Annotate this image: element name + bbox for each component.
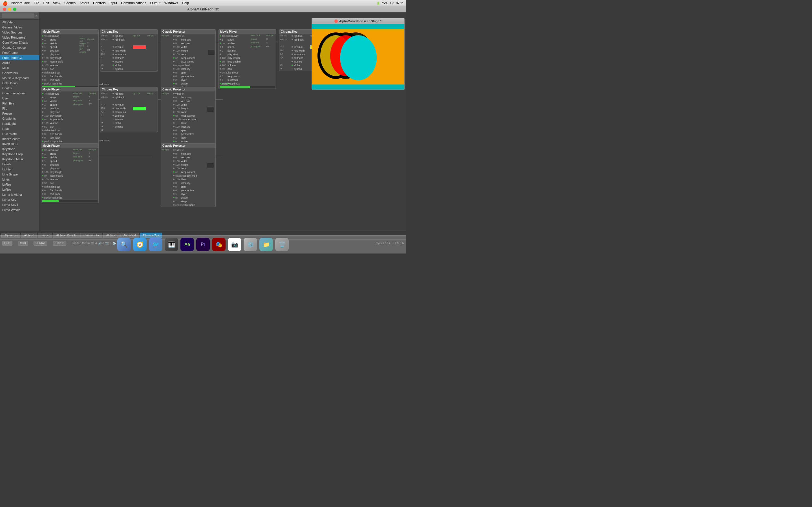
apple-menu[interactable]: 🍎 [2, 1, 8, 6]
node-canvas[interactable]: Movie Player 9:circlemovie 1stage onvisi… [40, 12, 406, 231]
sidebar-item-control[interactable]: Control [0, 86, 39, 91]
mp2-pan: 50pan [41, 125, 73, 128]
sidebar-item-gradients[interactable]: Gradients [0, 116, 39, 121]
classic-projector-4: Classic Projector vid-cpu video in 0horz… [161, 144, 216, 207]
sidebar-search-input[interactable] [2, 13, 35, 18]
dock-safari[interactable]: 🧭 [133, 238, 147, 251]
sidebar-item-freeframe-gl[interactable]: FreeFrame GL [0, 55, 39, 60]
menu-view[interactable]: View [53, 1, 60, 5]
sidebar-item-lorez-2[interactable]: LoRez [0, 187, 39, 192]
cp3-active: onactive [172, 139, 207, 143]
window-controls[interactable] [3, 8, 16, 11]
mp3-text: 0text track [41, 192, 73, 196]
sidebar-item-midi[interactable]: MIDI [0, 65, 39, 70]
sidebar-item-core-video[interactable]: Core Video Effects [0, 40, 39, 45]
cp4-spin: 0spin [172, 185, 207, 188]
sidebar-item-lines[interactable]: Lines [0, 177, 39, 182]
mp1-visible: onvisible [41, 41, 79, 45]
mp3-playstart: play start [41, 166, 73, 170]
menu-controls[interactable]: Controls [93, 1, 106, 5]
dock-isadora[interactable]: 🎭 [212, 238, 225, 251]
ck1-inverse: inverse [112, 60, 132, 63]
menu-comms[interactable]: Communications [121, 1, 146, 5]
mp1-play-start: play start [41, 52, 79, 56]
sidebar-item-line-scape[interactable]: Line Scape [0, 172, 39, 177]
menu-isadora[interactable]: IsadoraCore [11, 1, 30, 5]
close-icon[interactable]: ✕ [35, 14, 38, 17]
sidebar-item-keystone[interactable]: Keystone [0, 147, 39, 152]
dock-files[interactable]: 📁 [259, 238, 273, 251]
sidebar-item-invert-rgb[interactable]: Invert RGB [0, 142, 39, 147]
cp4-zoom: 100zoom [172, 166, 207, 170]
mp1-play-length: 100play length [41, 56, 79, 60]
sidebar-item-hardlight[interactable]: HardLight [0, 121, 39, 126]
sidebar-item-infinite-zoom[interactable]: Infinite Zoom [0, 136, 39, 142]
mp4-volume: 100volume [219, 63, 251, 67]
menu-help[interactable]: Help [182, 1, 189, 5]
menu-output[interactable]: Output [150, 1, 160, 5]
sidebar-item-luma-key[interactable]: Luma Key [0, 197, 39, 202]
sidebar-search-area: ✕ [0, 12, 39, 20]
ck1-softness: softness [112, 56, 132, 60]
sidebar-item-keystone-crop[interactable]: Keystone Crop [0, 152, 39, 157]
sidebar-item-freeframe[interactable]: FreeFrame [0, 50, 39, 55]
mp3-pan: 50pan [41, 181, 73, 185]
sidebar-item-lighten[interactable]: Lighten [0, 167, 39, 172]
sidebar-item-all-video[interactable]: All Video [0, 20, 39, 25]
mp4-freq: 0freq bands [219, 74, 251, 78]
dock-photos[interactable]: 📷 [228, 238, 241, 251]
sidebar-item-generators[interactable]: Generators [0, 70, 39, 75]
ck3-rgbback: rgb back [112, 96, 132, 99]
sidebar-item-keystone-mask[interactable]: Keystone Mask [0, 157, 39, 162]
sidebar-item-lorez-1[interactable]: LoRez [0, 182, 39, 187]
minimize-button[interactable] [8, 8, 11, 11]
sidebar-item-calculation[interactable]: Calculation [0, 80, 39, 86]
sidebar-item-user[interactable]: User [0, 96, 39, 101]
mp1-speed: 1speed [41, 45, 79, 49]
sidebar-item-audio[interactable]: Audio [0, 60, 39, 65]
mp3-position: 0position [41, 163, 73, 166]
menu-scenes[interactable]: Scenes [64, 1, 75, 5]
menu-input[interactable]: Input [110, 1, 117, 5]
sidebar-item-video-sources[interactable]: Video Sources [0, 30, 39, 35]
menu-actors[interactable]: Actors [80, 1, 89, 5]
maximize-button[interactable] [13, 8, 16, 11]
dock-premiere[interactable]: Pr [196, 238, 210, 251]
cp1-title: Classic Projector [161, 30, 215, 34]
dock-piano[interactable]: 🎹 [165, 238, 178, 251]
cp3-horzpos: 0horz pos [172, 96, 207, 99]
stage-preview-area [312, 24, 404, 90]
cp3-aspectmod: additiveaspect mod [172, 117, 207, 121]
close-button[interactable] [3, 8, 6, 11]
sidebar-item-luma-waves[interactable]: Luma Waves [0, 207, 39, 212]
sidebar-item-general-video[interactable]: General Video [0, 25, 39, 30]
sidebar-item-heat[interactable]: Heat [0, 126, 39, 131]
menu-file[interactable]: File [34, 1, 39, 5]
menu-windows[interactable]: Windows [164, 1, 178, 5]
ck2-saturation: saturation [291, 52, 310, 56]
mp1-vidout: video out [79, 38, 87, 41]
sidebar-item-luma-key-i[interactable]: Luma Key I [0, 202, 39, 207]
cp4-thumb [207, 163, 214, 168]
dock-ae[interactable]: Ae [181, 238, 194, 251]
cp4-aspectmod: opaqueaspect mod [172, 174, 207, 177]
mp1-freq: 0freq bands [41, 74, 79, 78]
sidebar-item-levels[interactable]: Levels [0, 162, 39, 167]
dock-blue-app[interactable]: 🐦 [149, 238, 162, 251]
sidebar-item-freeze[interactable]: Freeze [0, 111, 39, 116]
sidebar-item-communications[interactable]: Communications [0, 91, 39, 96]
sidebar-item-mouse-keyboard[interactable]: Mouse & Keyboard [0, 75, 39, 80]
sidebar-item-flip[interactable]: Flip [0, 106, 39, 111]
dock-gear[interactable]: ⚙️ [244, 238, 257, 251]
ck3-huewidth: hue width [112, 107, 132, 110]
sidebar-item-luma-alpha[interactable]: Luma Is Alpha [0, 192, 39, 197]
dock-finder[interactable]: 🔍 [117, 238, 131, 251]
sidebar-item-hue-rotate[interactable]: Hue rotate [0, 131, 39, 136]
mp1-loop: onloop enable [41, 60, 79, 63]
sidebar-item-video-renderers[interactable]: Video Renderers [0, 35, 39, 40]
sidebar-item-fish-eye[interactable]: Fish Eye [0, 101, 39, 106]
sidebar-item-quartz[interactable]: Quartz Composer [0, 45, 39, 50]
titlebar: AlphaMaskNeon.izz [0, 6, 406, 12]
dock-trash[interactable]: 🗑️ [275, 238, 289, 251]
menu-edit[interactable]: Edit [43, 1, 49, 5]
